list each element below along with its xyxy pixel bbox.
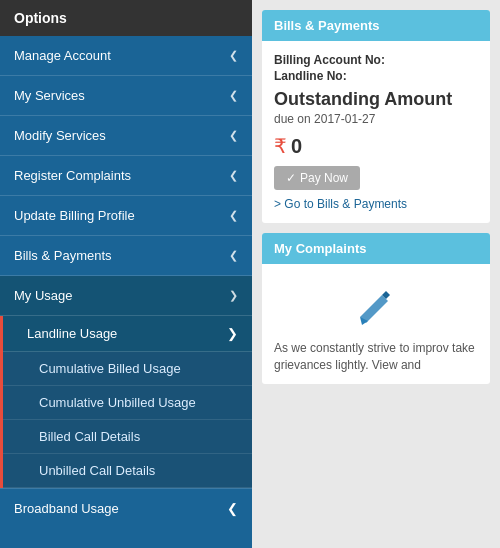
sidebar-item-bills-payments[interactable]: Bills & Payments ❮ [0, 236, 252, 276]
sidebar-item-label: My Services [14, 88, 85, 103]
sidebar-subitem-cumulative-billed[interactable]: Cumulative Billed Usage [3, 352, 252, 386]
amount-row: ₹ 0 [274, 134, 478, 158]
chevron-right-icon: ❮ [229, 209, 238, 222]
chevron-down-icon: ❯ [227, 326, 238, 341]
sidebar-item-my-usage[interactable]: My Usage ❯ [0, 276, 252, 316]
go-to-bills-link[interactable]: > Go to Bills & Payments [274, 197, 407, 211]
chevron-right-icon: ❮ [229, 49, 238, 62]
billing-account-text: Billing Account No: [274, 53, 385, 67]
sidebar-item-register-complaints[interactable]: Register Complaints ❮ [0, 156, 252, 196]
landline-text: Landline No: [274, 69, 347, 83]
sidebar-item-label: Manage Account [14, 48, 111, 63]
my-complaints-title: My Complaints [274, 241, 366, 256]
outstanding-label-text: Outstanding Amount [274, 89, 452, 109]
landline-label: Landline No: [274, 69, 478, 83]
bills-payments-card: Bills & Payments Billing Account No: Lan… [262, 10, 490, 223]
pay-now-label: Pay Now [300, 171, 348, 185]
sidebar-item-my-services[interactable]: My Services ❮ [0, 76, 252, 116]
bills-payments-body: Billing Account No: Landline No: Outstan… [262, 41, 490, 223]
sidebar-item-label: Update Billing Profile [14, 208, 135, 223]
my-complaints-header: My Complaints [262, 233, 490, 264]
bills-payments-title: Bills & Payments [274, 18, 380, 33]
sidebar-title: Options [14, 10, 67, 26]
main-content: Bills & Payments Billing Account No: Lan… [252, 0, 500, 548]
sidebar-item-manage-account[interactable]: Manage Account ❮ [0, 36, 252, 76]
sidebar-header: Options [0, 0, 252, 36]
pay-now-button[interactable]: ✓ Pay Now [274, 166, 360, 190]
sidebar: Options Manage Account ❮ My Services ❮ M… [0, 0, 252, 548]
amount-value: 0 [291, 135, 302, 158]
sidebar-item-label: Bills & Payments [14, 248, 112, 263]
sidebar-item-update-billing-profile[interactable]: Update Billing Profile ❮ [0, 196, 252, 236]
chevron-right-icon: ❮ [229, 169, 238, 182]
check-icon: ✓ [286, 171, 296, 185]
bills-payments-header: Bills & Payments [262, 10, 490, 41]
sidebar-item-modify-services[interactable]: Modify Services ❮ [0, 116, 252, 156]
chevron-right-icon: ❮ [227, 501, 238, 516]
chevron-down-icon: ❯ [229, 289, 238, 302]
chevron-right-icon: ❮ [229, 129, 238, 142]
sidebar-subgroup-landline: Landline Usage ❯ Cumulative Billed Usage… [0, 316, 252, 488]
sidebar-subitem-cumulative-unbilled[interactable]: Cumulative Unbilled Usage [3, 386, 252, 420]
rupee-icon: ₹ [274, 134, 287, 158]
billing-account-label: Billing Account No: [274, 53, 478, 67]
sidebar-item-label: Broadband Usage [14, 501, 119, 516]
sidebar-subitem-label: Billed Call Details [39, 429, 140, 444]
chevron-right-icon: ❮ [229, 89, 238, 102]
sidebar-subitem-label: Landline Usage [27, 326, 117, 341]
sidebar-subitem-unbilled-call-details[interactable]: Unbilled Call Details [3, 454, 252, 488]
sidebar-subitem-label: Cumulative Unbilled Usage [39, 395, 196, 410]
sidebar-subitem-label: Cumulative Billed Usage [39, 361, 181, 376]
outstanding-amount-title: Outstanding Amount [274, 89, 478, 110]
sidebar-item-broadband-usage[interactable]: Broadband Usage ❮ [0, 488, 252, 528]
chevron-right-icon: ❮ [229, 249, 238, 262]
sidebar-subitem-label: Unbilled Call Details [39, 463, 155, 478]
go-link-text: > Go to Bills & Payments [274, 197, 407, 211]
sidebar-item-label: My Usage [14, 288, 73, 303]
sidebar-subitem-billed-call-details[interactable]: Billed Call Details [3, 420, 252, 454]
my-complaints-card: My Complaints As we constantly strive to… [262, 233, 490, 384]
pencil-icon [351, 280, 401, 330]
complaints-description: As we constantly strive to improv take g… [274, 340, 478, 374]
sidebar-item-label: Register Complaints [14, 168, 131, 183]
sidebar-subitem-landline-usage[interactable]: Landline Usage ❯ [3, 316, 252, 352]
my-complaints-body: As we constantly strive to improv take g… [262, 264, 490, 384]
sidebar-item-label: Modify Services [14, 128, 106, 143]
due-date-label: due on 2017-01-27 [274, 112, 478, 126]
due-date-text: due on 2017-01-27 [274, 112, 375, 126]
